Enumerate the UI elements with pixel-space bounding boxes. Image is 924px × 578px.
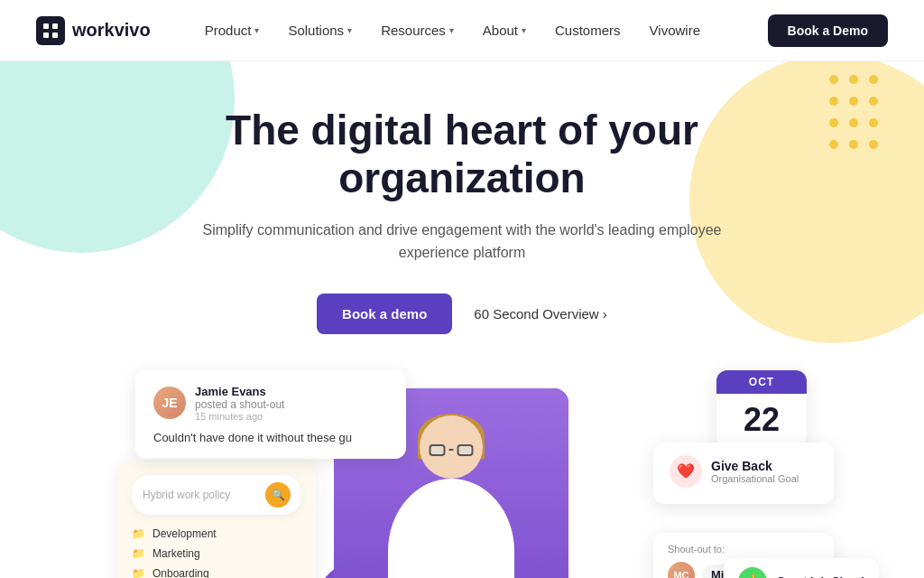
nav-product[interactable]: Product ▾ [205, 23, 260, 38]
folder-icon: 📁 [132, 527, 145, 540]
list-item: 📁 Marketing [132, 547, 301, 560]
svg-rect-0 [43, 23, 49, 29]
avatar: JE [153, 387, 186, 419]
goal-subtitle: Organisational Goal [711, 473, 799, 484]
calendar-month: OCT [716, 370, 807, 394]
person-glasses [430, 444, 474, 456]
chevron-down-icon: ▾ [254, 25, 259, 35]
search-card: Hybrid work policy 🔍 📁 Development 📁 Mar… [117, 461, 316, 578]
poster-name: Jamie Evans [195, 385, 284, 398]
folder-icon: 📁 [132, 547, 145, 560]
hero-buttons: Book a demo 60 Second Overview › [0, 294, 924, 334]
hero-subtext: Simplify communication and drive engagem… [191, 219, 733, 265]
navbar: workvivo Product ▾ Solutions ▾ Resources… [0, 0, 924, 61]
goal-title: Give Back [711, 459, 799, 473]
logo-text: workvivo [72, 20, 151, 41]
goal-card: ❤️ Give Back Organisational Goal [653, 443, 834, 504]
overview-button[interactable]: 60 Second Overview › [474, 306, 607, 322]
nav-customers[interactable]: Customers [555, 23, 621, 38]
nav-links: Product ▾ Solutions ▾ Resources ▾ About … [205, 23, 768, 38]
svg-rect-1 [52, 23, 58, 29]
search-bar[interactable]: Hybrid work policy 🔍 [132, 475, 301, 515]
calendar-card: OCT 22 [716, 370, 807, 446]
nav-vivowire[interactable]: Vivowire [650, 23, 700, 38]
thumbsup-icon: 👍 [738, 567, 767, 578]
goal-header: ❤️ Give Back Organisational Goal [670, 455, 818, 488]
poster-action: posted a shout-out [195, 398, 284, 411]
svg-rect-2 [43, 33, 49, 38]
book-demo-button[interactable]: Book a demo [317, 294, 452, 334]
post-text: Couldn't have done it without these gu [153, 431, 388, 444]
hero-section: The digital heart of your organization S… [0, 61, 924, 334]
goal-info: Give Back Organisational Goal [711, 459, 799, 484]
nav-solutions[interactable]: Solutions ▾ [288, 23, 352, 38]
list-item: 📁 Development [132, 527, 301, 540]
shoutout-to-label: Shout-out to: [668, 544, 819, 555]
nav-resources[interactable]: Resources ▾ [381, 23, 454, 38]
person-body [388, 479, 514, 578]
calendar-day: 22 [716, 394, 807, 446]
greatjob-card: 👍 Great job Clare! [724, 558, 879, 578]
poster-info: Jamie Evans posted a shout-out 15 minute… [195, 385, 284, 422]
chevron-down-icon: ▾ [522, 25, 526, 35]
heart-icon: ❤️ [670, 455, 702, 488]
folder-icon: 📁 [132, 567, 145, 578]
shoutout-card: JE Jamie Evans posted a shout-out 15 min… [135, 370, 406, 459]
shoutout-header: JE Jamie Evans posted a shout-out 15 min… [153, 385, 388, 422]
search-placeholder: Hybrid work policy [143, 489, 230, 501]
list-item: 📁 Onboarding [132, 567, 301, 578]
book-demo-nav-button[interactable]: Book a Demo [768, 14, 888, 47]
ui-cards-area: JE Jamie Evans posted a shout-out 15 min… [0, 370, 924, 578]
chevron-down-icon: ▾ [347, 25, 352, 35]
nav-about[interactable]: About ▾ [483, 23, 526, 38]
avatar: MC [668, 562, 695, 578]
doc-list: 📁 Development 📁 Marketing 📁 Onboarding 📁… [132, 527, 301, 578]
post-time: 15 minutes ago [195, 411, 284, 422]
hero-headline: The digital heart of your organization [146, 107, 778, 202]
search-icon[interactable]: 🔍 [265, 482, 291, 508]
logo-icon [36, 16, 65, 45]
svg-rect-3 [52, 33, 58, 38]
greatjob-text: Great job Clare! [776, 574, 864, 578]
chevron-down-icon: ▾ [449, 25, 454, 35]
logo[interactable]: workvivo [36, 16, 151, 45]
